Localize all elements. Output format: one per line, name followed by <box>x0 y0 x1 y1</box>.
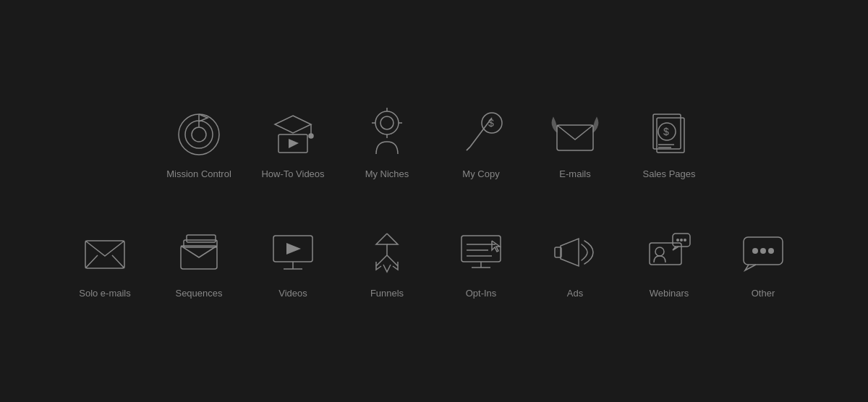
menu-item-mission-control[interactable]: Mission Control <box>152 96 246 187</box>
svg-rect-32 <box>187 235 216 242</box>
svg-point-53 <box>752 248 758 254</box>
my-copy-label: My Copy <box>462 168 499 179</box>
svg-point-9 <box>380 116 393 129</box>
svg-point-54 <box>760 248 766 254</box>
svg-point-55 <box>768 248 774 254</box>
my-copy-icon: $ <box>452 103 510 161</box>
svg-text:$: $ <box>663 126 669 137</box>
ads-label: Ads <box>567 288 583 299</box>
svg-marker-4 <box>275 116 311 133</box>
other-label: Other <box>752 288 775 299</box>
menu-item-my-niches[interactable]: My Niches <box>340 96 434 187</box>
ads-icon <box>546 223 604 281</box>
sales-pages-label: Sales Pages <box>643 168 696 179</box>
emails-icon <box>546 103 604 161</box>
svg-line-29 <box>112 255 124 268</box>
webinars-icon <box>640 223 698 281</box>
menu-row-2: Solo e-mails Sequences <box>58 215 810 306</box>
menu-item-webinars[interactable]: Webinars <box>622 215 716 306</box>
svg-marker-44 <box>561 239 579 266</box>
svg-point-50 <box>680 239 683 241</box>
solo-emails-label: Solo e-mails <box>79 288 131 299</box>
menu-item-other[interactable]: Other <box>716 215 810 306</box>
svg-point-49 <box>676 239 679 241</box>
mission-control-label: Mission Control <box>166 168 231 179</box>
sequences-label: Sequences <box>175 288 222 299</box>
menu-item-sequences[interactable]: Sequences <box>152 215 246 306</box>
videos-label: Videos <box>278 288 307 299</box>
svg-point-47 <box>655 247 664 256</box>
menu-item-opt-ins[interactable]: Opt-Ins <box>434 215 528 306</box>
svg-point-51 <box>684 239 686 241</box>
my-niches-icon <box>358 103 416 161</box>
menu-item-sales-pages[interactable]: $ Sales Pages <box>622 96 716 187</box>
webinars-label: Webinars <box>650 288 689 299</box>
emails-label: E-mails <box>559 168 590 179</box>
svg-point-2 <box>192 127 206 142</box>
menu-section: Mission Control How-To Videos <box>0 96 868 306</box>
menu-item-emails[interactable]: E-mails <box>528 96 622 187</box>
menu-item-videos[interactable]: Videos <box>246 215 340 306</box>
svg-marker-34 <box>286 243 301 255</box>
opt-ins-label: Opt-Ins <box>466 288 497 299</box>
other-icon <box>734 223 792 281</box>
mission-control-icon <box>170 103 228 161</box>
svg-line-28 <box>85 255 98 268</box>
videos-icon <box>264 223 322 281</box>
how-to-videos-label: How-To Videos <box>261 168 324 179</box>
svg-point-10 <box>375 111 399 134</box>
svg-point-6 <box>309 134 313 138</box>
solo-emails-icon <box>76 223 134 281</box>
menu-item-my-copy[interactable]: $ My Copy <box>434 96 528 187</box>
sales-pages-icon: $ <box>640 103 698 161</box>
menu-item-how-to-videos[interactable]: How-To Videos <box>246 96 340 187</box>
funnels-label: Funnels <box>370 288 404 299</box>
my-niches-label: My Niches <box>365 168 409 179</box>
opt-ins-icon <box>452 223 510 281</box>
svg-text:$: $ <box>488 117 494 129</box>
svg-line-37 <box>387 255 398 266</box>
menu-item-solo-emails[interactable]: Solo e-mails <box>58 215 152 306</box>
svg-rect-38 <box>461 236 501 262</box>
menu-item-ads[interactable]: Ads <box>528 215 622 306</box>
svg-line-17 <box>467 147 470 150</box>
sequences-icon <box>170 223 228 281</box>
how-to-videos-icon <box>264 103 322 161</box>
menu-row-1: Mission Control How-To Videos <box>152 96 716 187</box>
svg-marker-8 <box>289 139 299 148</box>
menu-item-funnels[interactable]: Funnels <box>340 215 434 306</box>
funnels-icon <box>358 223 416 281</box>
